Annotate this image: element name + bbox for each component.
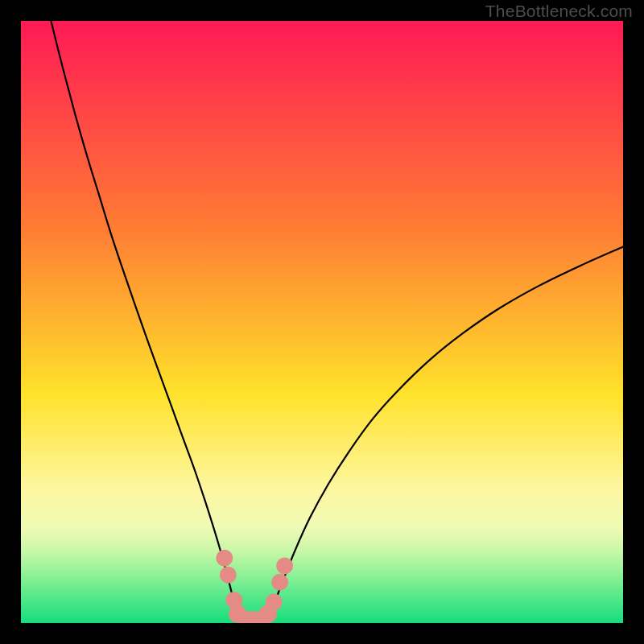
chart-svg <box>21 21 623 623</box>
gradient-background <box>21 21 623 623</box>
chart-plot-area <box>21 21 623 623</box>
data-marker <box>271 574 288 591</box>
data-marker <box>276 557 293 574</box>
data-marker <box>266 593 283 610</box>
outer-frame: TheBottleneck.com <box>0 0 644 644</box>
data-marker <box>220 567 237 584</box>
watermark-text: TheBottleneck.com <box>485 2 633 21</box>
data-marker <box>216 550 233 567</box>
